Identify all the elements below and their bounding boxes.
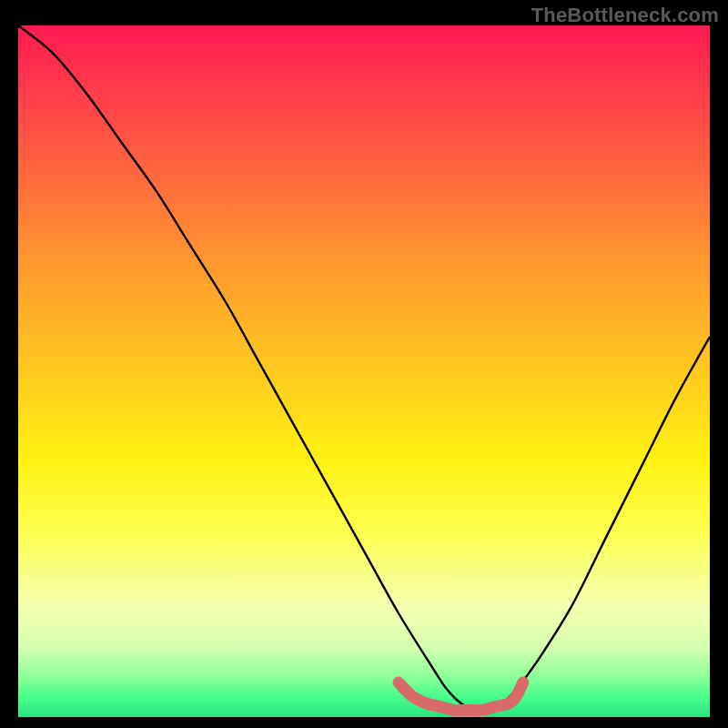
- plot-area: [18, 25, 710, 717]
- chart-frame: TheBottleneck.com: [0, 0, 728, 728]
- optimal-marker-path: [399, 682, 523, 711]
- watermark-text: TheBottleneck.com: [531, 4, 719, 27]
- chart-svg: [18, 25, 710, 717]
- bottleneck-curve-path: [18, 25, 710, 711]
